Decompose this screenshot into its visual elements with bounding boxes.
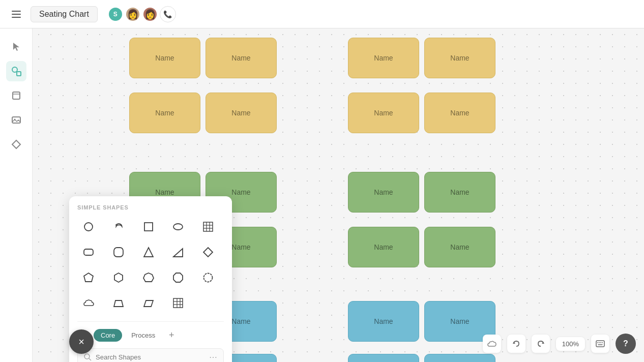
bottom-bar: 100% ? (483, 334, 636, 354)
zoom-level[interactable]: 100% (556, 337, 585, 351)
image-tool[interactable] (6, 110, 26, 130)
component-tool[interactable] (6, 134, 26, 155)
svg-rect-2 (13, 92, 20, 99)
seat-card[interactable]: Name (348, 227, 419, 267)
panel-tabs: Core Process + (77, 321, 224, 342)
keyboard-button[interactable] (591, 335, 609, 353)
svg-rect-15 (84, 249, 93, 255)
svg-marker-6 (12, 140, 20, 148)
svg-marker-21 (114, 273, 123, 282)
add-tab-button[interactable]: + (164, 328, 179, 342)
svg-line-34 (89, 358, 91, 360)
search-more-button[interactable]: ⋯ (209, 352, 217, 362)
search-bar: ⋯ (77, 348, 224, 362)
svg-marker-22 (143, 273, 154, 282)
shapes-tool[interactable] (6, 61, 26, 81)
cloud-button[interactable] (483, 335, 501, 353)
document-title[interactable]: Seating Chart (31, 6, 98, 22)
shape-cloud[interactable] (77, 292, 100, 314)
search-icon (84, 353, 92, 361)
call-button[interactable]: 📞 (160, 6, 176, 22)
svg-marker-23 (173, 273, 183, 282)
svg-rect-4 (12, 117, 20, 123)
svg-rect-27 (173, 298, 183, 308)
shape-square[interactable] (137, 216, 160, 238)
svg-marker-17 (144, 248, 153, 257)
svg-marker-18 (173, 249, 183, 257)
header: Seating Chart S 👩 👩 📞 (0, 0, 644, 28)
shapes-panel: SIMPLE SHAPES (69, 196, 232, 362)
canvas[interactable]: Name Name Name Name Name Name Name Name … (33, 28, 644, 362)
shape-octagon[interactable] (167, 266, 189, 289)
shape-heptagon[interactable] (137, 266, 160, 289)
shape-table[interactable] (197, 216, 219, 238)
shape-right-triangle[interactable] (167, 241, 189, 263)
collaborators: S 👩 👩 📞 (108, 6, 176, 22)
tab-process[interactable]: Process (124, 329, 162, 342)
undo-button[interactable] (507, 335, 525, 353)
shape-parallelogram[interactable] (137, 292, 160, 314)
svg-point-33 (84, 354, 90, 359)
seat-card[interactable]: Name (424, 93, 495, 133)
search-input[interactable] (96, 353, 205, 361)
shape-diamond[interactable] (197, 241, 219, 263)
help-button[interactable]: ? (616, 334, 636, 354)
shape-ellipse[interactable] (167, 216, 189, 238)
svg-point-9 (173, 224, 183, 230)
svg-marker-26 (144, 300, 153, 307)
seat-card[interactable]: Name (348, 354, 419, 362)
shape-pentagon[interactable] (77, 266, 100, 289)
shape-circle[interactable] (77, 216, 100, 238)
svg-marker-20 (84, 273, 93, 282)
svg-rect-37 (596, 341, 604, 347)
seat-card[interactable]: Name (348, 172, 419, 213)
shape-rounded-rect[interactable] (77, 241, 100, 263)
redo-button[interactable] (532, 335, 550, 353)
svg-marker-19 (203, 248, 213, 257)
svg-rect-8 (144, 223, 153, 231)
shape-grid[interactable] (167, 292, 189, 314)
seat-card[interactable]: Name (424, 38, 495, 78)
seat-card[interactable]: Name (348, 38, 419, 78)
shapes-section-label: SIMPLE SHAPES (77, 204, 224, 210)
svg-rect-1 (17, 72, 21, 76)
close-panel-button[interactable]: × (69, 329, 94, 354)
seat-card[interactable]: Name (206, 38, 277, 78)
seat-card[interactable]: Name (424, 172, 495, 213)
svg-point-7 (84, 223, 93, 231)
left-sidebar (0, 28, 33, 362)
shape-squircle[interactable] (107, 241, 130, 263)
menu-button[interactable] (8, 6, 24, 22)
svg-point-24 (204, 274, 213, 282)
svg-marker-25 (114, 300, 123, 307)
seat-card[interactable]: Name (348, 93, 419, 133)
seat-card[interactable]: Name (424, 354, 495, 362)
frame-tool[interactable] (6, 85, 26, 106)
tab-core[interactable]: Core (94, 329, 122, 342)
svg-rect-10 (203, 222, 213, 231)
avatar-s[interactable]: S (108, 7, 123, 22)
shape-arc[interactable] (107, 216, 130, 238)
seat-card[interactable]: Name (348, 301, 419, 342)
shape-trapezoid[interactable] (107, 292, 130, 314)
shape-triangle[interactable] (137, 241, 160, 263)
cursor-tool[interactable] (6, 37, 26, 57)
shape-hexagon[interactable] (107, 266, 130, 289)
seat-card[interactable]: Name (129, 38, 200, 78)
svg-rect-16 (114, 248, 123, 257)
seat-card[interactable]: Name (206, 93, 277, 133)
seat-card[interactable]: Name (424, 227, 495, 267)
avatar-1[interactable]: 👩 (125, 7, 140, 22)
avatar-2[interactable]: 👩 (142, 7, 158, 22)
shape-decagon[interactable] (197, 266, 219, 289)
seat-card[interactable]: Name (129, 93, 200, 133)
shapes-grid (77, 216, 224, 314)
